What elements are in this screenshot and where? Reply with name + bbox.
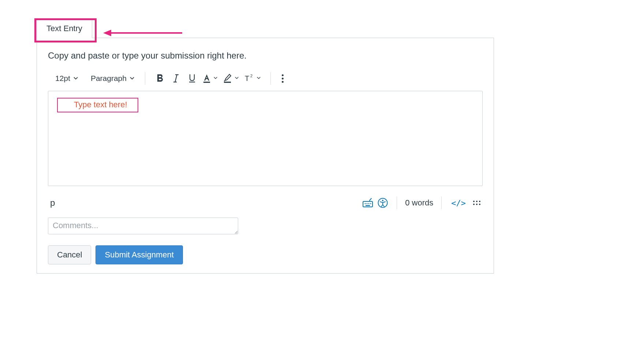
- tab-label: Text Entry: [46, 24, 82, 33]
- highlight-color-button[interactable]: [221, 71, 242, 86]
- footer-separator: [397, 197, 397, 209]
- html-view-button[interactable]: </>: [448, 198, 469, 208]
- text-color-icon: [202, 74, 211, 83]
- rich-text-editor[interactable]: Type text here!: [48, 91, 483, 186]
- submit-assignment-button[interactable]: Submit Assignment: [96, 245, 183, 264]
- cancel-button[interactable]: Cancel: [48, 245, 91, 264]
- svg-text:2: 2: [250, 74, 252, 78]
- keyboard-shortcuts-button[interactable]: [361, 196, 375, 210]
- svg-point-17: [382, 200, 383, 201]
- annotation-type-here-text: Type text here!: [74, 100, 127, 109]
- toolbar-separator: [145, 72, 145, 85]
- accessibility-checker-button[interactable]: [375, 196, 390, 210]
- dot-icon: [282, 74, 284, 76]
- accessibility-icon: [377, 197, 388, 208]
- footer-separator: [441, 197, 442, 209]
- svg-rect-10: [363, 201, 372, 207]
- dot-icon: [282, 78, 284, 79]
- highlight-icon: [223, 74, 232, 83]
- keyboard-icon: [362, 198, 374, 208]
- svg-rect-6: [203, 82, 210, 83]
- element-path[interactable]: p: [50, 198, 55, 208]
- comments-input[interactable]: [48, 218, 238, 234]
- annotation-arrow: [102, 29, 183, 36]
- svg-rect-15: [366, 205, 370, 206]
- tab-text-entry[interactable]: Text Entry: [37, 19, 92, 38]
- word-count: 0 words: [404, 198, 435, 208]
- svg-marker-1: [103, 30, 111, 36]
- resize-handle[interactable]: [472, 198, 481, 207]
- svg-line-4: [175, 75, 177, 82]
- svg-point-12: [367, 203, 368, 204]
- svg-text:T: T: [245, 74, 249, 82]
- italic-icon: [172, 74, 180, 83]
- svg-rect-7: [224, 82, 231, 83]
- chevron-down-icon: [73, 76, 78, 81]
- underline-button[interactable]: [184, 71, 200, 86]
- italic-button[interactable]: [168, 71, 184, 86]
- font-size-dropdown[interactable]: 12pt: [52, 72, 82, 85]
- toolbar-separator: [270, 72, 271, 85]
- chevron-down-icon: [130, 76, 135, 81]
- editor-footer: p 0 w: [48, 186, 483, 218]
- editor-toolbar: 12pt Paragraph: [48, 70, 483, 91]
- bold-button[interactable]: [152, 71, 168, 86]
- annotation-type-here: Type text here!: [57, 98, 138, 112]
- svg-point-13: [368, 203, 370, 204]
- button-row: Cancel Submit Assignment: [48, 245, 483, 264]
- superscript-button[interactable]: T 2: [242, 71, 264, 86]
- superscript-icon: T 2: [244, 74, 254, 83]
- chevron-down-icon: [257, 76, 262, 81]
- submission-panel: Copy and paste or type your submission r…: [37, 38, 494, 274]
- dot-icon: [282, 81, 284, 83]
- bold-icon: [156, 74, 164, 83]
- svg-point-14: [370, 203, 371, 204]
- chevron-down-icon: [235, 76, 240, 81]
- underline-icon: [188, 74, 196, 83]
- instruction-text: Copy and paste or type your submission r…: [48, 51, 483, 61]
- more-options-button[interactable]: [277, 74, 288, 83]
- block-format-value: Paragraph: [91, 74, 127, 83]
- block-format-dropdown[interactable]: Paragraph: [87, 72, 138, 85]
- svg-point-11: [365, 203, 366, 204]
- text-color-button[interactable]: [200, 71, 221, 86]
- chevron-down-icon: [213, 76, 218, 81]
- font-size-value: 12pt: [55, 74, 70, 83]
